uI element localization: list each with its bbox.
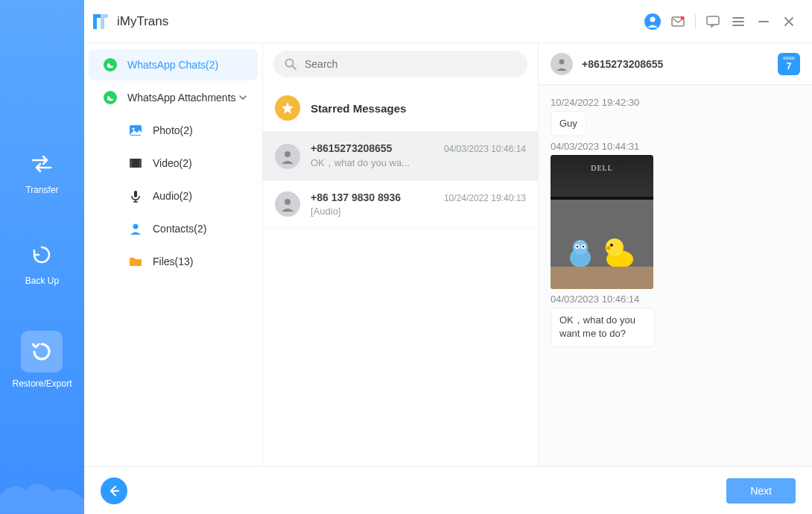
nav-restore-label: Restore/Export (12, 378, 72, 389)
category-sidebar: WhatsApp Chats(2) WhatsApp Attachments P… (84, 43, 263, 466)
minimize-button[interactable] (751, 9, 776, 34)
nav-transfer[interactable]: Transfer (25, 149, 58, 195)
chat-list-item[interactable]: +8615273208655 04/03/2023 10:46:14 OK，wh… (263, 132, 538, 181)
nav-transfer-label: Transfer (25, 185, 58, 195)
star-icon (275, 95, 300, 121)
sidebar-files[interactable]: Files(13) (124, 246, 258, 277)
left-nav-rail: Transfer Back Up Restore/Export (0, 0, 84, 514)
svg-point-12 (130, 159, 131, 160)
topbar-divider (695, 14, 696, 29)
menu-icon (732, 15, 745, 28)
mail-button[interactable] (665, 9, 691, 34)
footer-bar: Next (84, 466, 812, 514)
svg-point-20 (286, 60, 294, 67)
svg-point-22 (285, 199, 291, 205)
video-icon (127, 155, 144, 171)
user-button[interactable] (640, 9, 665, 34)
message-image[interactable]: DELL (551, 155, 653, 289)
audio-icon (127, 188, 144, 204)
image-monitor: DELL (551, 155, 653, 200)
search-bar[interactable] (273, 51, 527, 77)
svg-point-1 (650, 16, 656, 22)
avatar-icon (551, 53, 573, 75)
message-list[interactable]: 10/24/2022 19:42:30 Guy 04/03/2023 10:44… (539, 85, 812, 466)
logo-icon (90, 11, 111, 32)
svg-point-15 (140, 159, 141, 160)
svg-point-30 (583, 246, 585, 248)
close-icon (783, 16, 795, 28)
message-timestamp: 04/03/2023 10:46:14 (551, 294, 800, 305)
menu-button[interactable] (726, 9, 751, 34)
calendar-icon (781, 55, 797, 61)
nav-backup[interactable]: Back Up (25, 240, 59, 286)
arrow-left-icon (107, 484, 121, 498)
search-input[interactable] (305, 58, 517, 70)
conversation-contact: +8615273208655 (582, 58, 663, 70)
sidebar-attachments-label: WhatsApp Attachments (127, 92, 236, 104)
app-logo: iMyTrans (90, 11, 168, 32)
back-button[interactable] (101, 477, 127, 504)
svg-rect-4 (707, 16, 719, 25)
svg-point-21 (285, 151, 291, 157)
sidebar-whatsapp-chats[interactable]: WhatsApp Chats(2) (89, 49, 258, 80)
nav-restore-export[interactable]: Restore/Export (12, 331, 72, 389)
nav-backup-label: Back Up (25, 276, 59, 286)
sidebar-whatsapp-attachments[interactable]: WhatsApp Attachments (89, 82, 258, 113)
chat-name: +8615273208655 (311, 142, 392, 154)
message-bubble: Guy (551, 111, 586, 136)
sidebar-chats-label: WhatsApp Chats(2) (127, 59, 218, 71)
topbar: iMyTrans (84, 0, 812, 43)
backup-icon (27, 240, 57, 270)
image-blue-toy (567, 238, 594, 268)
close-button[interactable] (776, 9, 802, 34)
chat-name: +86 137 9830 8936 (311, 191, 401, 203)
cloud-decoration (0, 469, 84, 514)
chevron-down-icon (238, 93, 247, 102)
transfer-icon (27, 149, 57, 179)
conversation-header: +8615273208655 7 (539, 43, 812, 85)
whatsapp-icon (102, 57, 118, 73)
starred-messages-item[interactable]: Starred Messages (263, 85, 538, 132)
svg-point-19 (133, 224, 139, 229)
next-button[interactable]: Next (726, 478, 796, 504)
chat-icon (705, 14, 720, 29)
app-title: iMyTrans (117, 14, 168, 29)
photo-icon (127, 122, 144, 139)
minimize-icon (758, 16, 770, 28)
chat-list-item[interactable]: +86 137 9830 8936 10/24/2022 19:40:13 [A… (263, 181, 538, 228)
sidebar-audio-label: Audio(2) (153, 190, 192, 202)
search-icon (284, 57, 297, 71)
feedback-button[interactable] (700, 9, 726, 34)
svg-point-6 (104, 91, 117, 104)
svg-point-29 (577, 246, 579, 248)
sidebar-video-label: Video(2) (153, 157, 192, 169)
calendar-day: 7 (787, 61, 792, 72)
content-area: WhatsApp Chats(2) WhatsApp Attachments P… (84, 43, 812, 466)
svg-point-33 (610, 244, 613, 247)
svg-point-3 (681, 16, 685, 19)
image-desk (551, 267, 653, 289)
sidebar-contacts-label: Contacts(2) (153, 223, 206, 235)
main-area: iMyTrans WhatsApp Chats(2) (84, 0, 812, 514)
sidebar-video[interactable]: Video(2) (124, 147, 258, 179)
restore-icon (21, 331, 63, 372)
svg-point-17 (140, 164, 141, 165)
message-timestamp: 04/03/2023 10:44:31 (551, 141, 800, 152)
sidebar-audio[interactable]: Audio(2) (124, 180, 258, 212)
message-timestamp: 10/24/2022 19:42:30 (551, 97, 800, 108)
svg-point-13 (130, 162, 131, 162)
starred-label: Starred Messages (311, 102, 406, 115)
sidebar-photo[interactable]: Photo(2) (124, 115, 258, 146)
message-bubble: OK，what do you want me to do? (551, 308, 655, 346)
avatar-icon (275, 144, 300, 169)
whatsapp-icon (102, 89, 118, 106)
sidebar-contacts[interactable]: Contacts(2) (124, 213, 258, 244)
image-duck (601, 237, 635, 268)
calendar-button[interactable]: 7 (778, 53, 800, 75)
svg-point-16 (140, 162, 141, 162)
svg-point-14 (130, 164, 131, 165)
folder-icon (127, 253, 144, 270)
mail-icon (670, 14, 685, 29)
sidebar-files-label: Files(13) (153, 256, 193, 267)
sidebar-photo-label: Photo(2) (153, 124, 193, 136)
